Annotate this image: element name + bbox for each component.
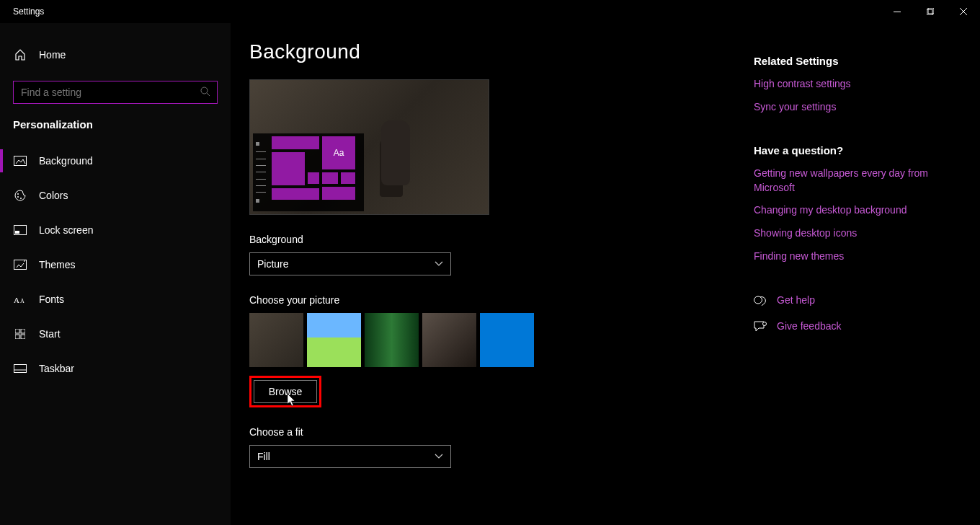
colors-icon xyxy=(13,190,27,201)
link-give-feedback[interactable]: Give feedback xyxy=(777,319,842,334)
themes-icon xyxy=(13,260,27,270)
picture-thumb[interactable] xyxy=(249,313,303,367)
home-label: Home xyxy=(39,49,66,61)
picture-thumb[interactable] xyxy=(422,313,476,367)
question-heading: Have a question? xyxy=(754,144,943,156)
desktop-preview: Aa xyxy=(249,79,489,215)
svg-point-5 xyxy=(201,87,208,94)
main: Background Aa xyxy=(231,23,980,525)
sidebar-item-label: Lock screen xyxy=(39,224,93,236)
svg-text:A: A xyxy=(20,298,24,304)
picture-thumb[interactable] xyxy=(307,313,361,367)
chevron-down-icon xyxy=(435,261,443,267)
fit-label: Choose a fit xyxy=(249,426,754,438)
fit-value: Fill xyxy=(257,451,270,462)
svg-point-23 xyxy=(763,322,767,325)
sidebar-item-fonts[interactable]: AA Fonts xyxy=(0,282,231,317)
sidebar-item-start[interactable]: Start xyxy=(0,317,231,351)
link-high-contrast[interactable]: High contrast settings xyxy=(754,77,943,92)
sidebar-item-label: Themes xyxy=(39,259,76,270)
background-select[interactable]: Picture xyxy=(249,252,451,275)
link-wallpapers[interactable]: Getting new wallpapers every day from Mi… xyxy=(754,167,943,195)
browse-button[interactable]: Browse xyxy=(254,380,317,403)
close-button[interactable] xyxy=(947,0,980,23)
fonts-icon: AA xyxy=(13,294,27,304)
sidebar-item-label: Start xyxy=(39,328,61,340)
link-sync-settings[interactable]: Sync your settings xyxy=(754,100,943,115)
picture-thumb[interactable] xyxy=(480,313,534,367)
taskbar-icon xyxy=(13,364,27,373)
svg-point-10 xyxy=(20,198,22,199)
search-input[interactable] xyxy=(13,81,218,104)
window-controls xyxy=(881,0,980,23)
picture-thumbnails xyxy=(249,313,754,367)
link-desktop-icons[interactable]: Showing desktop icons xyxy=(754,226,943,241)
background-label: Background xyxy=(249,234,754,245)
svg-point-22 xyxy=(754,296,762,304)
start-icon xyxy=(13,329,27,339)
sidebar-item-colors[interactable]: Colors xyxy=(0,178,231,213)
related-settings-heading: Related Settings xyxy=(754,55,943,67)
start-preview: Aa xyxy=(253,133,364,211)
window-title: Settings xyxy=(13,6,44,17)
svg-rect-2 xyxy=(928,8,934,14)
background-icon xyxy=(13,156,27,166)
lock-screen-icon xyxy=(13,225,27,235)
link-themes[interactable]: Finding new themes xyxy=(754,250,943,264)
maximize-button[interactable] xyxy=(914,0,947,23)
background-value: Picture xyxy=(257,258,289,270)
link-change-bg[interactable]: Changing my desktop background xyxy=(754,203,943,218)
sidebar-item-lock-screen[interactable]: Lock screen xyxy=(0,213,231,247)
svg-rect-18 xyxy=(15,335,19,339)
titlebar: Settings xyxy=(0,0,980,23)
help-icon xyxy=(754,295,767,306)
svg-text:A: A xyxy=(14,296,19,304)
picture-thumb[interactable] xyxy=(365,313,419,367)
sidebar-item-label: Taskbar xyxy=(39,363,74,374)
sidebar-item-taskbar[interactable]: Taskbar xyxy=(0,351,231,386)
preview-tile-aa: Aa xyxy=(322,136,355,169)
home-nav[interactable]: Home xyxy=(0,38,231,72)
svg-rect-19 xyxy=(21,335,25,339)
svg-point-8 xyxy=(17,193,19,195)
choose-picture-label: Choose your picture xyxy=(249,294,754,306)
svg-point-9 xyxy=(17,196,19,198)
sidebar: Home Personalization Background Colors xyxy=(0,23,231,525)
right-column: Related Settings High contrast settings … xyxy=(754,40,943,508)
feedback-icon xyxy=(754,321,767,332)
svg-rect-17 xyxy=(21,329,25,333)
close-icon xyxy=(960,8,967,15)
section-heading: Personalization xyxy=(0,118,231,131)
page-title: Background xyxy=(249,40,754,63)
maximize-icon xyxy=(927,8,934,15)
svg-rect-16 xyxy=(15,329,19,333)
svg-rect-12 xyxy=(15,231,19,234)
chevron-down-icon xyxy=(435,454,443,459)
minimize-button[interactable] xyxy=(881,0,914,23)
link-get-help[interactable]: Get help xyxy=(777,294,815,308)
sidebar-item-background[interactable]: Background xyxy=(0,144,231,178)
sidebar-item-label: Colors xyxy=(39,190,68,201)
svg-rect-20 xyxy=(14,365,27,373)
sidebar-item-label: Fonts xyxy=(39,294,64,305)
home-icon xyxy=(13,49,27,61)
svg-rect-7 xyxy=(14,156,27,166)
highlight-annotation: Browse xyxy=(249,376,321,407)
svg-line-6 xyxy=(207,93,210,96)
svg-rect-1 xyxy=(927,9,932,15)
svg-rect-0 xyxy=(894,12,901,12)
sidebar-item-themes[interactable]: Themes xyxy=(0,247,231,282)
search-icon xyxy=(200,87,210,97)
sidebar-item-label: Background xyxy=(39,155,93,167)
fit-select[interactable]: Fill xyxy=(249,445,451,468)
minimize-icon xyxy=(894,12,901,12)
